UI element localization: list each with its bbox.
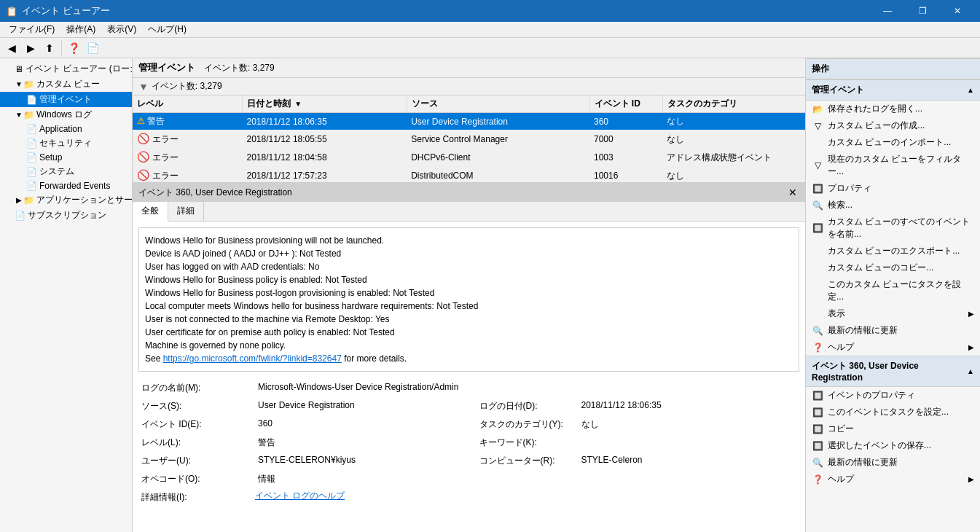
log-date-value: 2018/11/12 18:06:35 [579,399,800,414]
tab-general[interactable]: 全般 [133,202,168,222]
task-value: なし [579,417,800,432]
action-copy-custom-view[interactable]: カスタム ビューのコピー... [806,259,980,276]
toolbar-up[interactable]: ⬆ [41,40,58,56]
menu-action[interactable]: 操作(A) [60,22,101,37]
tree-item-windows-log[interactable]: ▼ 📁 Windows ログ [0,107,132,122]
detail-event-text: Windows Hello for Business provisioning … [138,227,799,372]
action-filter-current[interactable]: ▽ 現在のカスタム ビューをフィルター... [806,151,980,180]
content-title: 管理イベント [138,61,195,74]
col-header-task[interactable]: タスクのカテゴリ [662,95,805,113]
log-date-label: ログの日付(D): [477,399,579,414]
help-main-icon: ❓ [812,342,823,353]
create-view-icon: ▽ [812,120,823,132]
action-properties[interactable]: 🔲 プロパティ [806,180,980,197]
tree-label-admin-events: 管理イベント [39,93,92,106]
toolbar-back[interactable]: ◀ [3,40,20,56]
action-import-custom-view[interactable]: カスタム ビューのインポート... [806,134,980,151]
events-table-container[interactable]: レベル 日付と時刻 ▼ ソース イベント ID タスクのカテゴリ ⚠ 警告201… [133,95,805,183]
action-view[interactable]: 表示 ▶ [806,305,980,322]
menu-view[interactable]: 表示(V) [101,22,142,37]
table-row[interactable]: ⚠ 警告2018/11/12 18:06:35User Device Regis… [133,113,805,130]
col-header-eventid[interactable]: イベント ID [589,95,662,113]
action-event-properties[interactable]: 🔲 イベントのプロパティ [806,387,980,404]
action-help-event[interactable]: ❓ ヘルプ ▶ [806,471,980,488]
minimize-button[interactable]: — [871,0,904,22]
action-set-task-custom-view[interactable]: このカスタム ビューにタスクを設定... [806,276,980,305]
tree-item-root[interactable]: 🖥 イベント ビューアー (ローカル) [0,61,132,77]
tree-item-admin-events[interactable]: 📄 管理イベント [0,92,132,107]
tree-item-forwarded[interactable]: 📄 Forwarded Events [0,179,132,192]
tree-label-application: Application [39,124,82,134]
action-search[interactable]: 🔍 検索... [806,197,980,214]
action-export-custom-view[interactable]: カスタム ビューのエクスポート... [806,243,980,259]
tree-label-custom-view: カスタム ビュー [36,78,100,90]
detail-close-button[interactable]: ✕ [786,186,799,199]
eventid-label: イベント ID(E): [138,417,255,432]
sidebar-section-header-admin[interactable]: 管理イベント ▲ [806,79,980,101]
detail-tabs: 全般 詳細 [133,202,805,222]
rename-icon: 🔲 [812,222,823,234]
detail-info-link[interactable]: イベント ログのヘルプ [255,490,477,505]
col-header-datetime[interactable]: 日付と時刻 ▼ [242,95,407,113]
expand-icon[interactable]: ▶ [15,196,23,204]
toolbar-extra[interactable]: 📄 [84,40,101,56]
cell-level: 🚫 エラー [133,167,242,184]
cell-eventid: 1003 [589,149,662,167]
tree-label-app-service: アプリケーションとサービス ログ [36,194,133,206]
cell-task: アドレス構成状態イベント [662,149,805,167]
detail-content[interactable]: Windows Hello for Business provisioning … [133,222,805,532]
tree-item-setup[interactable]: 📄 Setup [0,151,132,164]
maximize-button[interactable]: ❐ [906,0,939,22]
table-row[interactable]: 🚫 エラー2018/11/12 17:57:23DistributedCOM10… [133,167,805,184]
event-link[interactable]: https://go.microsoft.com/fwlink/?linkid=… [163,353,342,364]
action-set-task-event[interactable]: 🔲 このイベントにタスクを設定... [806,404,980,420]
action-save-event[interactable]: 🔲 選択したイベントの保存... [806,437,980,454]
help-event-icon: ❓ [812,474,823,485]
menu-file[interactable]: ファイル(F) [3,22,60,37]
cell-level: ⚠ 警告 [133,113,242,130]
filter-current-icon: ▽ [812,160,823,171]
sidebar-section-main: 操作 [806,58,980,79]
filter-icon[interactable]: ▼ [138,81,149,93]
action-rename-all-events[interactable]: 🔲 カスタム ビューのすべてのイベントを名前... [806,214,980,243]
tab-detail[interactable]: 詳細 [168,202,204,221]
expand-icon[interactable]: ▼ [15,80,23,88]
document-icon: 📄 [26,152,37,163]
toolbar-forward[interactable]: ▶ [22,40,39,56]
tree-item-subscriptions[interactable]: 📄 サブスクリプション [0,208,132,223]
sidebar-section-header-event[interactable]: イベント 360, User Device Registration ▲ [806,356,980,387]
detail-meta: ログの名前(M): Microsoft-Windows-User Device … [138,380,799,505]
tree-item-application[interactable]: 📄 Application [0,122,132,136]
sidebar-section-admin: 管理イベント ▲ 📂 保存されたログを開く... ▽ カスタム ビューの作成..… [806,79,980,356]
table-row[interactable]: 🚫 エラー2018/11/12 18:05:55Service Control … [133,130,805,149]
menu-help[interactable]: ヘルプ(H) [142,22,192,37]
action-refresh[interactable]: 🔍 最新の情報に更新 [806,322,980,339]
action-refresh-event[interactable]: 🔍 最新の情報に更新 [806,454,980,471]
col-header-source[interactable]: ソース [407,95,589,113]
document-icon: 📄 [26,167,37,177]
action-copy[interactable]: 🔲 コピー [806,420,980,437]
action-create-custom-view[interactable]: ▽ カスタム ビューの作成... [806,117,980,134]
tree-item-app-service[interactable]: ▶ 📁 アプリケーションとサービス ログ [0,192,132,208]
table-row[interactable]: 🚫 エラー2018/11/12 18:04:58DHCPv6-Client100… [133,149,805,167]
eventid-value: 360 [255,417,477,432]
action-label-import-custom-view: カスタム ビューのインポート... [828,136,951,149]
action-help-main[interactable]: ❓ ヘルプ ▶ [806,339,980,356]
action-open-saved-log[interactable]: 📂 保存されたログを開く... [806,101,980,117]
content-header: 管理イベント イベント数: 3,279 [133,58,805,78]
collapse-arrow-event: ▲ [967,367,974,375]
log-name-value: Microsoft-Windows-User Device Registrati… [255,380,799,396]
warning-icon: ⚠ 警告 [137,116,165,126]
tree-item-security[interactable]: 📄 セキュリティ [0,136,132,151]
cell-datetime: 2018/11/12 18:05:55 [242,130,407,149]
filter-count: イベント数: 3,279 [152,80,222,93]
tree-item-custom-view[interactable]: ▼ 📁 カスタム ビュー [0,77,132,92]
sidebar-section-title-admin: 管理イベント [812,84,864,96]
tree-label-setup: Setup [39,152,62,163]
close-button[interactable]: ✕ [941,0,974,22]
expand-icon[interactable]: ▼ [15,111,23,119]
col-header-level[interactable]: レベル [133,95,242,113]
tree-item-system[interactable]: 📄 システム [0,164,132,179]
toolbar-help[interactable]: ❓ [65,40,82,56]
help-event-submenu-arrow: ▶ [968,475,974,483]
